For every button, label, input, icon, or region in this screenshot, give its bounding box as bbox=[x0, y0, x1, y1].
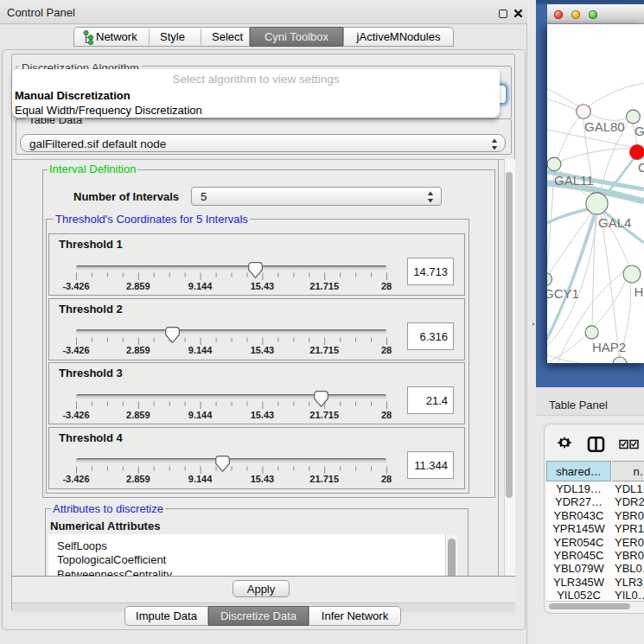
svg-text:GA: GA bbox=[634, 124, 644, 138]
svg-text:GAL11: GAL11 bbox=[554, 173, 594, 188]
svg-text:GAL80: GAL80 bbox=[584, 119, 625, 134]
svg-text:C: C bbox=[638, 160, 644, 175]
svg-text:GAL4: GAL4 bbox=[598, 215, 631, 230]
svg-text:GCY1: GCY1 bbox=[547, 286, 579, 301]
svg-text:HAP2: HAP2 bbox=[592, 340, 626, 354]
svg-text:H: H bbox=[634, 284, 644, 299]
